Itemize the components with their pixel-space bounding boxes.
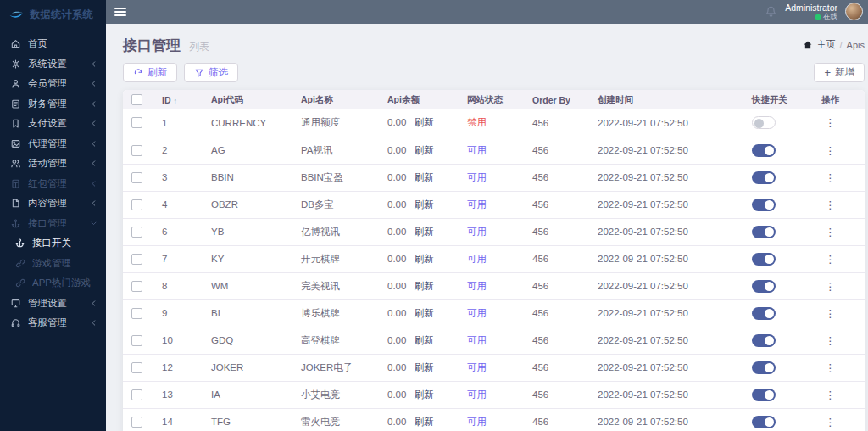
user-avatar[interactable] xyxy=(845,3,863,20)
site-status-link[interactable]: 可用 xyxy=(467,362,487,372)
select-all-checkbox[interactable] xyxy=(131,94,142,105)
row-checkbox[interactable] xyxy=(131,145,142,156)
sidebar-item-api-switch[interactable]: 接口开关 xyxy=(0,233,106,254)
row-checkbox[interactable] xyxy=(131,254,142,265)
site-status-link[interactable]: 可用 xyxy=(467,199,487,210)
site-status-link[interactable]: 可用 xyxy=(467,308,487,318)
column-header-balance[interactable]: Api余额 xyxy=(382,90,462,109)
refresh-balance-link[interactable]: 刷新 xyxy=(414,227,433,237)
site-status-link[interactable]: 可用 xyxy=(467,254,487,264)
sidebar-item-members[interactable]: 会员管理 xyxy=(0,74,106,94)
row-actions-menu-icon[interactable]: ⋮ xyxy=(821,145,839,157)
cell-created-time: 2022-09-21 07:52:50 xyxy=(593,354,747,381)
refresh-balance-link[interactable]: 刷新 xyxy=(414,362,433,372)
quick-switch-toggle[interactable] xyxy=(752,361,776,374)
column-header-code[interactable]: Api代码 xyxy=(206,90,296,109)
quick-switch-toggle[interactable] xyxy=(752,307,776,320)
sidebar-item-admin-settings[interactable]: 管理设置 xyxy=(0,294,106,314)
row-checkbox[interactable] xyxy=(131,281,142,292)
sidebar-item-settings[interactable]: 系统设置 xyxy=(0,54,106,75)
filter-button[interactable]: 筛选 xyxy=(184,63,238,82)
row-actions-menu-icon[interactable]: ⋮ xyxy=(821,172,839,184)
quick-switch-toggle[interactable] xyxy=(752,280,776,293)
sidebar-item-home[interactable]: 首页 xyxy=(0,34,106,54)
row-actions-menu-icon[interactable]: ⋮ xyxy=(821,254,839,266)
row-actions-menu-icon[interactable]: ⋮ xyxy=(821,362,839,374)
site-status-link[interactable]: 可用 xyxy=(467,389,487,400)
quick-switch-toggle[interactable] xyxy=(752,389,776,401)
balance-value: 0.00 xyxy=(387,145,406,155)
column-header-status[interactable]: 网站状态 xyxy=(462,90,527,109)
row-actions-menu-icon[interactable]: ⋮ xyxy=(821,417,839,428)
row-actions-menu-icon[interactable]: ⋮ xyxy=(821,199,839,211)
site-status-link[interactable]: 可用 xyxy=(467,172,487,182)
sidebar-item-api[interactable]: 接口管理 xyxy=(0,214,106,234)
refresh-balance-link[interactable]: 刷新 xyxy=(414,335,433,345)
sidebar-item-red-packet[interactable]: 红包管理 xyxy=(0,174,106,194)
sidebar-item-service[interactable]: 客服管理 xyxy=(0,313,106,333)
row-checkbox[interactable] xyxy=(131,172,142,183)
menu-toggle-icon[interactable] xyxy=(114,6,126,18)
row-actions-menu-icon[interactable]: ⋮ xyxy=(821,281,839,293)
column-header-toggle[interactable]: 快捷开关 xyxy=(747,90,816,109)
cell-created-time: 2022-09-21 07:52:50 xyxy=(593,299,747,327)
column-header-id[interactable]: ID↑ xyxy=(157,90,206,109)
quick-switch-toggle[interactable] xyxy=(752,226,776,238)
cell-id: 4 xyxy=(157,191,206,218)
refresh-balance-link[interactable]: 刷新 xyxy=(414,281,433,291)
row-checkbox[interactable] xyxy=(131,362,142,373)
cell-api-name: 完美视讯 xyxy=(296,272,382,299)
sidebar-item-app-games[interactable]: APP热门游戏 xyxy=(0,273,106,294)
quick-switch-toggle[interactable] xyxy=(752,334,776,347)
column-header-actions[interactable]: 操作 xyxy=(816,90,865,109)
row-actions-menu-icon[interactable]: ⋮ xyxy=(821,308,839,320)
row-checkbox[interactable] xyxy=(131,227,142,238)
refresh-balance-link[interactable]: 刷新 xyxy=(414,417,433,427)
quick-switch-toggle[interactable] xyxy=(752,116,776,129)
column-header-label: ID xyxy=(162,95,171,105)
row-checkbox[interactable] xyxy=(131,308,142,319)
sidebar-item-content[interactable]: 内容管理 xyxy=(0,193,106,214)
row-checkbox[interactable] xyxy=(131,117,142,128)
refresh-balance-link[interactable]: 刷新 xyxy=(414,254,433,264)
refresh-balance-link[interactable]: 刷新 xyxy=(414,308,433,318)
sidebar-item-finance[interactable]: 财务管理 xyxy=(0,94,106,115)
row-actions-menu-icon[interactable]: ⋮ xyxy=(821,117,839,129)
sidebar-item-agent[interactable]: 代理管理 xyxy=(0,134,106,154)
breadcrumb-home-link[interactable]: 主页 xyxy=(817,38,836,51)
refresh-balance-link[interactable]: 刷新 xyxy=(414,117,433,127)
site-status-link[interactable]: 可用 xyxy=(467,335,487,345)
user-menu[interactable]: Administrator 在线 xyxy=(785,3,837,21)
column-header-order[interactable]: Order By xyxy=(527,90,593,109)
site-status-link[interactable]: 可用 xyxy=(467,281,487,291)
sidebar-item-payment[interactable]: 支付设置 xyxy=(0,114,106,134)
column-header-created[interactable]: 创建时间 xyxy=(593,90,747,109)
site-status-link[interactable]: 可用 xyxy=(467,227,487,237)
site-status-link[interactable]: 可用 xyxy=(467,417,487,427)
quick-switch-toggle[interactable] xyxy=(752,144,776,157)
refresh-button[interactable]: 刷新 xyxy=(123,63,177,82)
refresh-balance-link[interactable]: 刷新 xyxy=(414,145,433,155)
row-checkbox[interactable] xyxy=(131,335,142,346)
notifications-bell-icon[interactable] xyxy=(765,5,777,18)
quick-switch-toggle[interactable] xyxy=(752,416,776,428)
row-checkbox[interactable] xyxy=(131,199,142,210)
add-button[interactable]: + 新增 xyxy=(814,63,865,82)
row-actions-menu-icon[interactable]: ⋮ xyxy=(821,227,839,238)
cell-select xyxy=(123,245,157,272)
row-checkbox[interactable] xyxy=(131,389,142,400)
refresh-balance-link[interactable]: 刷新 xyxy=(414,199,433,210)
sidebar-item-activity[interactable]: 活动管理 xyxy=(0,154,106,174)
row-actions-menu-icon[interactable]: ⋮ xyxy=(821,389,839,401)
site-status-link[interactable]: 禁用 xyxy=(467,117,487,127)
row-actions-menu-icon[interactable]: ⋮ xyxy=(821,335,839,347)
refresh-balance-link[interactable]: 刷新 xyxy=(414,172,433,182)
column-header-name[interactable]: Api名称 xyxy=(296,90,382,109)
quick-switch-toggle[interactable] xyxy=(752,253,776,266)
sidebar-item-game-link[interactable]: 游戏管理 xyxy=(0,254,106,274)
refresh-balance-link[interactable]: 刷新 xyxy=(414,389,433,400)
quick-switch-toggle[interactable] xyxy=(752,171,776,184)
site-status-link[interactable]: 可用 xyxy=(467,145,487,155)
row-checkbox[interactable] xyxy=(131,417,142,428)
quick-switch-toggle[interactable] xyxy=(752,199,776,211)
